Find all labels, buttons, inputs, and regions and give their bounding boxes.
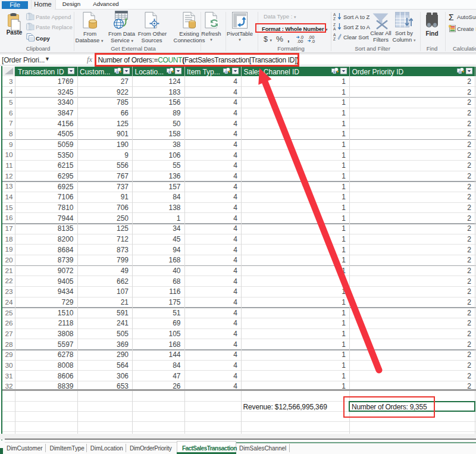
svg-text:Z: Z <box>333 17 336 20</box>
svg-text:A: A <box>333 27 336 30</box>
svg-text:.0: .0 <box>311 39 315 43</box>
svg-text:.00: .00 <box>297 39 303 43</box>
svg-text:A: A <box>333 33 336 37</box>
svg-text:Z: Z <box>333 23 336 27</box>
svg-text:A: A <box>333 12 336 17</box>
svg-text:Z: Z <box>333 37 336 40</box>
